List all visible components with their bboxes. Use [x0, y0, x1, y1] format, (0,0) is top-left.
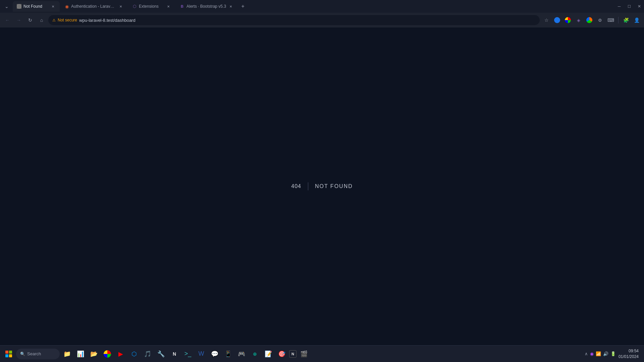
tab-title-2: Authentication - Laravel 8.x - T... — [71, 4, 116, 9]
tab-favicon-4: B — [180, 4, 184, 9]
browser-chrome: ⌄ Not Found ✕ ◉ Authentication - Laravel… — [0, 0, 644, 27]
ext-icon-4[interactable] — [585, 15, 594, 25]
taskbar-terminal[interactable]: >_ — [182, 348, 194, 360]
taskbar-chrome[interactable] — [101, 348, 113, 360]
taskbar-app-2[interactable]: 📊 — [74, 348, 87, 360]
tray-wifi-icon[interactable]: 📶 — [596, 351, 601, 356]
page-content: 404 NOT FOUND — [0, 27, 644, 345]
clock-time: 09:54 — [619, 348, 639, 354]
security-label: Not secure — [58, 18, 77, 22]
taskbar-notion2[interactable]: N — [289, 350, 297, 358]
tab-close-2[interactable]: ✕ — [118, 4, 123, 9]
clock-date: 01/01/2024 — [619, 354, 639, 360]
taskbar-notion[interactable]: N — [168, 348, 180, 360]
tab-title-3: Extensions — [139, 4, 164, 9]
tab-bootstrap[interactable]: B Alerts · Bootstrap v5.3 ✕ — [176, 1, 237, 12]
windows-logo-icon — [5, 351, 12, 357]
tab-close-4[interactable]: ✕ — [228, 4, 233, 9]
extensions-puzzle-icon[interactable]: 🧩 — [621, 15, 631, 25]
tray-color-icon[interactable]: ◉ — [590, 351, 594, 356]
window-maximize[interactable]: ☐ — [625, 2, 634, 11]
tab-title-4: Alerts · Bootstrap v5.3 — [186, 4, 226, 9]
taskbar: 🔍 Search 📁 📊 📂 ▶ ⬡ 🎵 🔧 N >_ W 💬 📱 🎮 ⊕ 📝 … — [0, 345, 644, 362]
taskbar-vlc[interactable]: 🎬 — [298, 348, 310, 360]
window-close[interactable]: ✕ — [635, 2, 644, 11]
ext-icon-6[interactable]: ⌨ — [606, 15, 615, 25]
bookmark-star-icon[interactable]: ☆ — [542, 15, 551, 25]
tab-favicon-1 — [17, 4, 21, 9]
taskbar-app-17[interactable]: 🎯 — [276, 348, 288, 360]
tab-favicon-3: ⬡ — [132, 4, 137, 9]
security-icon: ⚠ — [52, 18, 56, 22]
nav-forward-button[interactable]: → — [14, 15, 23, 25]
system-tray: ∧ ◉ 📶 🔊 🔋 09:54 01/01/2024 — [582, 348, 641, 360]
tab-bar: ⌄ Not Found ✕ ◉ Authentication - Laravel… — [0, 0, 644, 13]
toolbar-icons: ☆ ◈ ⚙ ⌨ 🧩 👤 — [542, 15, 641, 25]
nav-back-button[interactable]: ← — [3, 15, 12, 25]
svg-point-1 — [18, 4, 20, 9]
taskbar-search[interactable]: 🔍 Search — [16, 349, 60, 359]
taskbar-file-explorer[interactable]: 📁 — [61, 348, 73, 360]
tab-close-1[interactable]: ✕ — [50, 4, 56, 9]
system-clock[interactable]: 09:54 01/01/2024 — [619, 348, 639, 360]
nav-home-button[interactable]: ⌂ — [37, 15, 46, 25]
toolbar-divider — [618, 17, 619, 23]
taskbar-app-7[interactable]: 🎵 — [142, 348, 154, 360]
tab-extensions[interactable]: ⬡ Extensions ✕ — [128, 1, 175, 12]
taskbar-files[interactable]: 📂 — [88, 348, 100, 360]
ext-icon-1[interactable] — [552, 15, 562, 25]
taskbar-app-8[interactable]: 🔧 — [155, 348, 167, 360]
address-bar-row: ← → ↻ ⌂ ⚠ Not secure wpu-laravel-8.test/… — [0, 13, 644, 27]
url-text: wpu-laravel-8.test/dashboard — [79, 18, 536, 23]
address-bar[interactable]: ⚠ Not secure wpu-laravel-8.test/dashboar… — [48, 15, 540, 25]
tray-expand-icon[interactable]: ∧ — [585, 351, 588, 356]
user-profile-icon[interactable]: 👤 — [632, 15, 641, 25]
tab-not-found[interactable]: Not Found ✕ — [13, 1, 60, 12]
taskbar-whatsapp[interactable]: 💬 — [209, 348, 221, 360]
ext-icon-5[interactable]: ⚙ — [595, 15, 605, 25]
tab-title-1: Not Found — [23, 4, 48, 9]
taskbar-app-13[interactable]: 📱 — [222, 348, 234, 360]
start-button[interactable] — [3, 348, 15, 360]
tab-close-3[interactable]: ✕ — [166, 4, 171, 9]
taskbar-vscode[interactable]: ⬡ — [128, 348, 140, 360]
taskbar-notes[interactable]: 📝 — [262, 348, 274, 360]
tab-favicon-2: ◉ — [64, 4, 69, 9]
error-text: NOT FOUND — [315, 183, 353, 189]
error-code: 404 — [291, 183, 301, 189]
taskbar-app-15[interactable]: ⊕ — [249, 348, 261, 360]
tab-list-btn[interactable]: ⌄ — [3, 2, 11, 10]
taskbar-word[interactable]: W — [195, 348, 207, 360]
nav-reload-button[interactable]: ↻ — [25, 15, 35, 25]
ext-icon-2[interactable] — [563, 15, 573, 25]
tab-laravel[interactable]: ◉ Authentication - Laravel 8.x - T... ✕ — [60, 1, 127, 12]
error-divider — [308, 182, 308, 190]
taskbar-youtube[interactable]: ▶ — [115, 348, 127, 360]
tray-volume-icon[interactable]: 🔊 — [603, 351, 608, 356]
new-tab-button[interactable]: + — [238, 2, 248, 11]
taskbar-discord[interactable]: 🎮 — [235, 348, 248, 360]
search-label: Search — [27, 351, 41, 356]
tray-icons: ∧ ◉ 📶 🔊 🔋 — [585, 351, 616, 356]
ext-icon-3[interactable]: ◈ — [574, 15, 583, 25]
error-container: 404 NOT FOUND — [291, 182, 353, 190]
svg-point-0 — [17, 4, 21, 9]
window-minimize[interactable]: ─ — [614, 2, 624, 11]
tray-battery-icon[interactable]: 🔋 — [610, 351, 616, 356]
search-icon: 🔍 — [20, 352, 25, 356]
